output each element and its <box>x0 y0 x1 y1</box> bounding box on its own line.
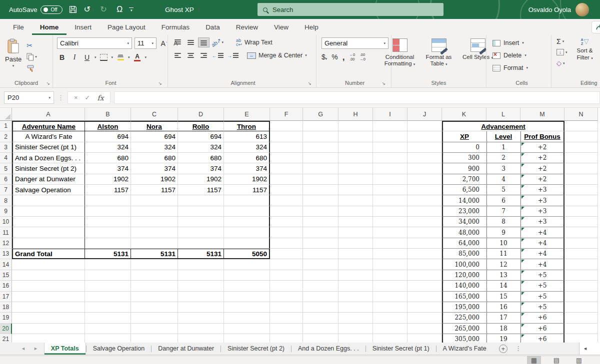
row-header-10[interactable]: 10 <box>0 217 12 227</box>
row-header-21[interactable]: 21 <box>0 334 12 343</box>
font-color-button[interactable]: A <box>132 52 142 62</box>
cell-D13[interactable]: 5131 <box>178 249 224 259</box>
row-header-4[interactable]: 4 <box>0 153 12 163</box>
ribbon-tab-help[interactable]: Help <box>296 19 326 35</box>
cell-I17[interactable] <box>373 292 408 302</box>
cell-N17[interactable] <box>564 292 598 302</box>
cell-J15[interactable] <box>408 270 442 281</box>
resize-handle-icon[interactable]: ⋮ <box>58 94 64 101</box>
cell-G10[interactable] <box>303 217 338 227</box>
cell-C19[interactable] <box>131 313 178 323</box>
cell-E17[interactable] <box>224 292 270 302</box>
cell-B14[interactable] <box>85 259 131 270</box>
cell-C16[interactable] <box>131 281 178 291</box>
ribbon-tab-view[interactable]: View <box>266 19 296 35</box>
cell-A12[interactable] <box>12 238 85 249</box>
cell-D10[interactable] <box>178 217 224 227</box>
cell-E4[interactable]: 680 <box>224 153 270 163</box>
cell-E2[interactable]: 613 <box>224 131 270 142</box>
cell-F21[interactable] <box>270 334 303 343</box>
cell-L7[interactable]: 5 <box>486 185 520 195</box>
cell-N11[interactable] <box>564 227 598 238</box>
cell-F1[interactable] <box>270 121 303 131</box>
cell-I13[interactable] <box>373 249 408 259</box>
cell-G21[interactable] <box>303 334 338 343</box>
cell-M16[interactable]: +5 <box>520 281 564 291</box>
cell-J6[interactable] <box>408 174 442 185</box>
cell-F16[interactable] <box>270 281 303 291</box>
scroll-left-icon[interactable]: ◄ <box>583 346 588 351</box>
font-size-select[interactable]: 11 ▾ <box>134 37 156 49</box>
cell-K14[interactable]: 100,000 <box>442 259 486 270</box>
row-header-3[interactable]: 3 <box>0 142 12 153</box>
cell-F14[interactable] <box>270 259 303 270</box>
insert-function-button[interactable]: fx <box>98 94 104 102</box>
cell-E6[interactable]: 1902 <box>224 174 270 185</box>
align-top-button[interactable] <box>172 37 184 47</box>
row-header-20[interactable]: 20 <box>0 324 12 334</box>
cell-D16[interactable] <box>178 281 224 291</box>
cell-J11[interactable] <box>408 227 442 238</box>
insert-symbol-button[interactable]: Ω <box>116 5 122 13</box>
cell-D9[interactable] <box>178 206 224 217</box>
cell-F9[interactable] <box>270 206 303 217</box>
cell-L18[interactable]: 16 <box>486 302 520 313</box>
number-dialog-launcher[interactable]: ↘ <box>382 81 386 86</box>
cell-E13[interactable]: 5050 <box>224 249 270 259</box>
cell-K1[interactable]: Advancement <box>442 121 564 131</box>
cell-M8[interactable]: +3 <box>520 195 564 206</box>
cell-D19[interactable] <box>178 313 224 323</box>
cell-A4[interactable]: And a Dozen Eggs. . . <box>12 153 85 163</box>
cell-L4[interactable]: 2 <box>486 153 520 163</box>
cell-G1[interactable] <box>303 121 338 131</box>
cell-K13[interactable]: 85,000 <box>442 249 486 259</box>
cell-K12[interactable]: 64,000 <box>442 238 486 249</box>
cell-D21[interactable] <box>178 334 224 343</box>
cell-K8[interactable]: 14,000 <box>442 195 486 206</box>
cell-C15[interactable] <box>131 270 178 281</box>
conditional-formatting-button[interactable]: Conditional Formatting ▾ <box>381 37 419 78</box>
cell-E15[interactable] <box>224 270 270 281</box>
cell-K18[interactable]: 195,000 <box>442 302 486 313</box>
row-header-11[interactable]: 11 <box>0 227 12 238</box>
cell-N18[interactable] <box>564 302 598 313</box>
cell-E19[interactable] <box>224 313 270 323</box>
cell-A18[interactable] <box>12 302 85 313</box>
cancel-button[interactable]: × <box>74 94 78 101</box>
cell-H1[interactable] <box>338 121 373 131</box>
cell-I2[interactable] <box>373 131 408 142</box>
underline-button[interactable]: U <box>82 52 92 62</box>
column-header-A[interactable]: A <box>12 108 85 121</box>
cell-I1[interactable] <box>373 121 408 131</box>
cell-H12[interactable] <box>338 238 373 249</box>
new-sheet-button[interactable]: + <box>499 345 508 353</box>
cell-F11[interactable] <box>270 227 303 238</box>
cell-N1[interactable] <box>564 121 598 131</box>
cell-F10[interactable] <box>270 217 303 227</box>
ribbon-tab-data[interactable]: Data <box>198 19 228 35</box>
cell-D14[interactable] <box>178 259 224 270</box>
customize-toolbar-button[interactable]: ▾ <box>129 7 134 12</box>
horizontal-scrollbar[interactable]: ◄ <box>579 343 600 355</box>
cell-C2[interactable]: 694 <box>131 131 178 142</box>
cell-J3[interactable] <box>408 142 442 153</box>
cell-J10[interactable] <box>408 217 442 227</box>
cell-N16[interactable] <box>564 281 598 291</box>
cell-J18[interactable] <box>408 302 442 313</box>
cell-L10[interactable]: 8 <box>486 217 520 227</box>
cell-G4[interactable] <box>303 153 338 163</box>
format-as-table-button[interactable]: Format as Table ▾ <box>420 37 458 78</box>
cell-H14[interactable] <box>338 259 373 270</box>
cell-L19[interactable]: 17 <box>486 313 520 323</box>
cell-G17[interactable] <box>303 292 338 302</box>
cell-M4[interactable]: +2 <box>520 153 564 163</box>
save-button[interactable] <box>69 5 77 13</box>
orientation-button[interactable]: ab↗▾ <box>211 39 224 46</box>
cell-L12[interactable]: 10 <box>486 238 520 249</box>
cell-L14[interactable]: 12 <box>486 259 520 270</box>
enter-button[interactable]: ✓ <box>85 94 90 101</box>
cell-L6[interactable]: 4 <box>486 174 520 185</box>
cell-H9[interactable] <box>338 206 373 217</box>
cell-H5[interactable] <box>338 163 373 174</box>
cell-I21[interactable] <box>373 334 408 343</box>
